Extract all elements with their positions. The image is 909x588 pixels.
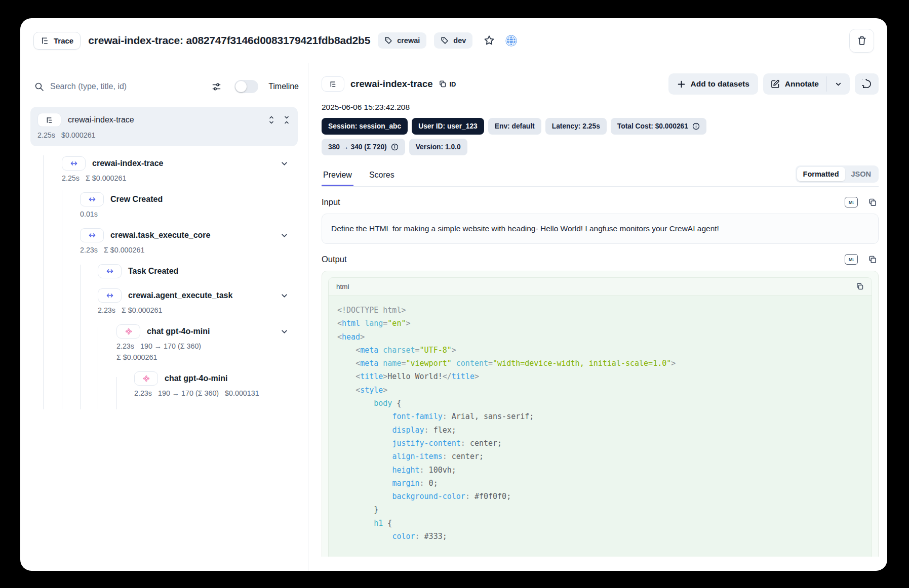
chevron-down-icon[interactable] bbox=[280, 327, 289, 336]
timeline-toggle-label: Timeline bbox=[268, 82, 299, 91]
tree-item-duration: 0.01s bbox=[80, 210, 98, 218]
code-language-label: html bbox=[336, 283, 349, 290]
annotate-button-group: Annotate bbox=[763, 73, 850, 95]
markdown-toggle-icon[interactable] bbox=[845, 254, 858, 265]
expand-all-icon[interactable] bbox=[267, 116, 275, 124]
trace-badge-label: Trace bbox=[54, 36, 73, 45]
tree-row[interactable]: chat gpt-4o-mini 2.23s 190 → 170 (Σ 360)… bbox=[30, 324, 298, 361]
tree-item-label: chat gpt-4o-mini bbox=[147, 327, 210, 336]
trace-tree-sidebar: Timeline crewai-index-trace bbox=[20, 63, 308, 571]
output-label: Output bbox=[322, 255, 347, 264]
window-header: Trace crewai-index-trace: a082747f3146d0… bbox=[20, 18, 887, 63]
span-icon bbox=[62, 156, 86, 171]
span-icon bbox=[98, 264, 122, 278]
tree-row[interactable]: crewai-index-trace 2.25s Σ $0.000261 bbox=[30, 156, 298, 182]
format-json-option[interactable]: JSON bbox=[845, 167, 878, 181]
star-bookmark-icon[interactable] bbox=[483, 34, 495, 47]
copy-code-icon[interactable] bbox=[856, 282, 864, 290]
tree-item-label: crewai.task_execute_core bbox=[110, 231, 210, 240]
copy-id-icon[interactable] bbox=[439, 80, 447, 88]
public-globe-icon[interactable] bbox=[505, 34, 518, 47]
add-to-datasets-button[interactable]: Add to datasets bbox=[668, 73, 758, 95]
tab-preview[interactable]: Preview bbox=[322, 171, 353, 186]
list-tree-icon bbox=[322, 76, 344, 92]
tree-item-duration: 2.23s bbox=[98, 306, 115, 314]
filter-sliders-icon[interactable] bbox=[212, 82, 221, 92]
tree-item-duration: 2.25s bbox=[62, 174, 80, 182]
tree-row[interactable]: chat gpt-4o-mini 2.23s 190 → 170 (Σ 360)… bbox=[30, 371, 298, 397]
collapse-all-icon[interactable] bbox=[283, 116, 291, 124]
generation-icon bbox=[116, 324, 140, 339]
user-id-badge[interactable]: User ID: user_123 bbox=[412, 118, 484, 135]
search-input[interactable] bbox=[50, 82, 206, 91]
span-icon bbox=[80, 228, 104, 242]
version-badge: Version: 1.0.0 bbox=[409, 139, 467, 155]
generation-icon bbox=[134, 371, 158, 386]
copy-output-icon[interactable] bbox=[868, 255, 877, 264]
copy-input-icon[interactable] bbox=[868, 198, 877, 207]
tag-icon bbox=[384, 36, 392, 45]
code-block: html <!DOCTYPE html><html lang="en"><hea… bbox=[328, 277, 872, 557]
tree-row[interactable]: Crew Created 0.01s bbox=[30, 192, 298, 218]
tag-crewai[interactable]: crewai bbox=[378, 32, 426, 49]
trace-detail-panel: crewai-index-trace ID Add to datasets bbox=[308, 63, 887, 571]
tree-row[interactable]: Task Created bbox=[30, 264, 298, 278]
page-title: crewai-index-trace: a082747f3146d0083179… bbox=[88, 34, 370, 47]
detail-tabs: Preview Scores Formatted JSON bbox=[322, 164, 879, 187]
tab-scores[interactable]: Scores bbox=[368, 171, 396, 186]
comment-bubble-icon bbox=[862, 79, 872, 89]
session-badge[interactable]: Session: session_abc bbox=[322, 118, 408, 135]
tree-item-label: chat gpt-4o-mini bbox=[165, 374, 227, 383]
tree-item-tokens: 190 → 170 (Σ 360) bbox=[158, 389, 219, 397]
info-icon[interactable] bbox=[391, 143, 399, 151]
list-tree-icon bbox=[37, 113, 61, 127]
format-formatted-option[interactable]: Formatted bbox=[797, 167, 845, 181]
tree-item-label: crewai-index-trace bbox=[68, 115, 134, 124]
trace-tree: crewai-index-trace 2.25s $0.000261 bbox=[20, 107, 308, 397]
timeline-toggle[interactable] bbox=[234, 80, 258, 93]
env-badge: Env: default bbox=[488, 118, 541, 135]
chevron-down-icon[interactable] bbox=[280, 291, 289, 300]
tag-dev[interactable]: dev bbox=[434, 32, 472, 49]
trash-icon bbox=[857, 35, 867, 46]
comments-button[interactable] bbox=[855, 73, 879, 95]
tree-item-duration: 2.23s bbox=[116, 342, 134, 350]
chevron-down-icon[interactable] bbox=[280, 159, 289, 168]
metadata-badges-row-2: 380 → 340 (Σ 720) Version: 1.0.0 bbox=[322, 139, 879, 155]
tree-item-cost: $0.000131 bbox=[225, 389, 259, 397]
tree-item-tokens: 190 → 170 (Σ 360) bbox=[140, 342, 201, 350]
tree-root-item[interactable]: crewai-index-trace 2.25s $0.000261 bbox=[30, 107, 298, 146]
tree-item-cost: Σ $0.000261 bbox=[116, 353, 157, 361]
tree-row[interactable]: crewai.agent_execute_task 2.23s Σ $0.000… bbox=[30, 288, 298, 314]
tree-item-cost: Σ $0.000261 bbox=[122, 306, 162, 314]
metadata-badges-row-1: Session: session_abc User ID: user_123 E… bbox=[322, 118, 879, 135]
tree-item-duration: 2.23s bbox=[80, 246, 98, 254]
annotate-button[interactable]: Annotate bbox=[763, 73, 826, 95]
chevron-down-icon bbox=[835, 80, 842, 88]
tree-item-label: crewai.agent_execute_task bbox=[128, 291, 232, 300]
output-section-header: Output bbox=[322, 254, 879, 265]
tokens-badge: 380 → 340 (Σ 720) bbox=[322, 139, 405, 155]
info-icon[interactable] bbox=[692, 122, 700, 130]
trace-timestamp: 2025-06-06 15:23:42.208 bbox=[322, 103, 879, 112]
input-content: Define the HTML for making a simple webs… bbox=[322, 214, 879, 244]
delete-trace-button[interactable] bbox=[849, 29, 874, 53]
detail-header: crewai-index-trace ID Add to datasets bbox=[322, 73, 879, 95]
tag-label: dev bbox=[453, 36, 466, 45]
format-segmented-control: Formatted JSON bbox=[796, 165, 879, 183]
tree-row[interactable]: crewai.task_execute_core 2.23s Σ $0.0002… bbox=[30, 228, 298, 254]
tag-label: crewai bbox=[397, 36, 420, 45]
input-section-header: Input bbox=[322, 197, 879, 207]
tokens-label: 380 → 340 (Σ 720) bbox=[328, 143, 387, 151]
id-label: ID bbox=[449, 80, 456, 88]
trace-type-badge: Trace bbox=[33, 32, 81, 50]
markdown-toggle-icon[interactable] bbox=[845, 197, 858, 207]
chevron-down-icon[interactable] bbox=[280, 231, 289, 240]
span-icon bbox=[98, 288, 122, 303]
app-window: Trace crewai-index-trace: a082747f3146d0… bbox=[20, 18, 887, 571]
output-content: html <!DOCTYPE html><html lang="en"><hea… bbox=[322, 271, 879, 557]
code-lines[interactable]: <!DOCTYPE html><html lang="en"><head> <m… bbox=[329, 296, 872, 551]
tree-item-duration: 2.25s bbox=[37, 131, 55, 139]
pencil-square-icon bbox=[771, 79, 780, 89]
annotate-dropdown-button[interactable] bbox=[827, 73, 850, 95]
